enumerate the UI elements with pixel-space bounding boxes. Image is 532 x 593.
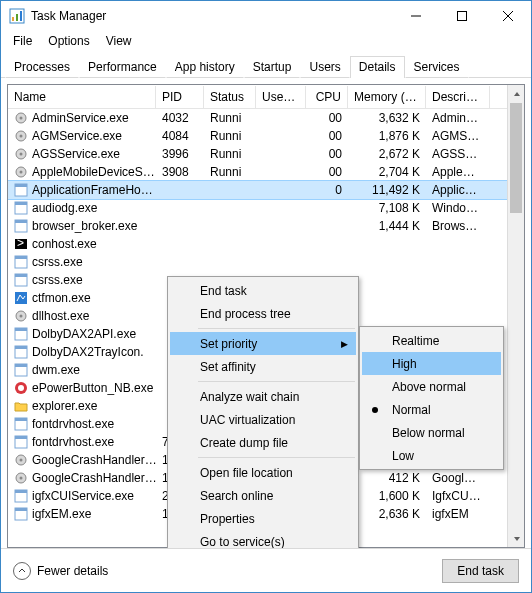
process-name: AGSService.exe (32, 147, 120, 161)
ctx-goto-service[interactable]: Go to service(s) (170, 530, 356, 548)
cell-status (204, 225, 256, 227)
end-task-button[interactable]: End task (442, 559, 519, 583)
cell-cpu (306, 207, 348, 209)
column-headers[interactable]: Name PID Status User … CPU Memory (p… De… (8, 85, 524, 109)
tab-app-history[interactable]: App history (166, 56, 244, 78)
priority-below-normal[interactable]: Below normal (362, 421, 501, 444)
priority-submenu[interactable]: Realtime High Above normal Normal Below … (359, 326, 504, 470)
svg-point-9 (20, 117, 23, 120)
svg-point-44 (20, 459, 23, 462)
cell-pid: 3908 (156, 164, 204, 180)
table-row[interactable]: AppleMobileDeviceS…3908Runni002,704 KApp… (8, 163, 524, 181)
ctx-search-online[interactable]: Search online (170, 484, 356, 507)
process-name: ApplicationFrameHo… (32, 183, 153, 197)
cell-description (426, 261, 490, 263)
cell-name: fontdrvhost.exe (8, 416, 156, 432)
ctx-open-location[interactable]: Open file location (170, 461, 356, 484)
ctx-properties[interactable]: Properties (170, 507, 356, 530)
maximize-button[interactable] (439, 1, 485, 31)
priority-high[interactable]: High (362, 352, 501, 375)
ctx-dump[interactable]: Create dump file (170, 431, 356, 454)
process-name: csrss.exe (32, 273, 83, 287)
process-icon (14, 219, 28, 233)
svg-marker-51 (514, 92, 520, 96)
ctx-end-task[interactable]: End task (170, 279, 356, 302)
cell-pid (156, 207, 204, 209)
tab-processes[interactable]: Processes (5, 56, 79, 78)
table-row[interactable]: AGMService.exe4084Runni001,876 KAGMS… (8, 127, 524, 145)
fewer-details-button[interactable]: Fewer details (13, 562, 108, 580)
ctx-end-tree[interactable]: End process tree (170, 302, 356, 325)
svg-rect-1 (12, 17, 14, 21)
tab-details[interactable]: Details (350, 56, 405, 78)
cell-pid: 3996 (156, 146, 204, 162)
cell-name: browser_broker.exe (8, 218, 156, 234)
scroll-down-button[interactable] (508, 530, 525, 547)
minimize-button[interactable] (393, 1, 439, 31)
cell-name: AGSService.exe (8, 146, 156, 162)
process-icon (14, 255, 28, 269)
process-icon (14, 471, 28, 485)
col-status[interactable]: Status (204, 86, 256, 108)
svg-rect-50 (15, 508, 27, 511)
cell-description: Brows… (426, 218, 490, 234)
process-icon (14, 345, 28, 359)
menu-view[interactable]: View (98, 32, 140, 50)
tab-services[interactable]: Services (405, 56, 469, 78)
col-cpu[interactable]: CPU (306, 86, 348, 108)
cell-memory: 412 K (348, 470, 426, 486)
ctx-set-priority[interactable]: Set priority▶ (170, 332, 356, 355)
col-memory[interactable]: Memory (p… (348, 86, 426, 108)
table-row[interactable]: AGSService.exe3996Runni002,672 KAGSSe… (8, 145, 524, 163)
table-row[interactable]: csrss.exe (8, 253, 524, 271)
cell-memory: 2,636 K (348, 506, 426, 522)
table-row[interactable]: audiodg.exe7,108 KWindo… (8, 199, 524, 217)
menubar: File Options View (1, 31, 531, 51)
process-icon (14, 417, 28, 431)
table-row[interactable]: >_conhost.exe (8, 235, 524, 253)
scroll-up-button[interactable] (508, 85, 525, 102)
cell-memory: 1,444 K (348, 218, 426, 234)
table-row[interactable]: browser_broker.exe1,444 KBrows… (8, 217, 524, 235)
col-pid[interactable]: PID (156, 86, 204, 108)
process-name: igfxCUIService.exe (32, 489, 134, 503)
priority-normal[interactable]: Normal (362, 398, 501, 421)
svg-rect-32 (15, 328, 27, 331)
ctx-analyze[interactable]: Analyze wait chain (170, 385, 356, 408)
process-name: browser_broker.exe (32, 219, 137, 233)
process-name: DolbyDAX2TrayIcon. (32, 345, 144, 359)
titlebar[interactable]: Task Manager (1, 1, 531, 31)
vertical-scrollbar[interactable] (507, 85, 524, 547)
close-button[interactable] (485, 1, 531, 31)
chevron-up-icon (13, 562, 31, 580)
tab-startup[interactable]: Startup (244, 56, 301, 78)
priority-realtime[interactable]: Realtime (362, 329, 501, 352)
priority-low[interactable]: Low (362, 444, 501, 467)
tab-users[interactable]: Users (300, 56, 349, 78)
cell-status: Runni (204, 110, 256, 126)
cell-description: Windo… (426, 200, 490, 216)
process-icon (14, 291, 28, 305)
svg-marker-52 (514, 537, 520, 541)
ctx-uac[interactable]: UAC virtualization (170, 408, 356, 431)
col-description[interactable]: Descri… (426, 86, 490, 108)
cell-pid (156, 261, 204, 263)
scroll-thumb[interactable] (510, 103, 522, 213)
menu-options[interactable]: Options (40, 32, 97, 50)
svg-text:>_: >_ (17, 237, 28, 250)
table-row[interactable]: AdminService.exe4032Runni003,632 KAdmin… (8, 109, 524, 127)
cell-description: Admin… (426, 110, 490, 126)
priority-above-normal[interactable]: Above normal (362, 375, 501, 398)
col-name[interactable]: Name (8, 86, 156, 108)
ctx-set-affinity[interactable]: Set affinity (170, 355, 356, 378)
cell-memory: 1,600 K (348, 488, 426, 504)
cell-description (426, 279, 490, 281)
context-menu[interactable]: End task End process tree Set priority▶ … (167, 276, 359, 548)
cell-name: audiodg.exe (8, 200, 156, 216)
svg-rect-28 (15, 292, 27, 304)
process-icon (14, 363, 28, 377)
tab-performance[interactable]: Performance (79, 56, 166, 78)
menu-file[interactable]: File (5, 32, 40, 50)
col-user[interactable]: User … (256, 86, 306, 108)
table-row[interactable]: ApplicationFrameHo…011,492 KApplic… (8, 181, 524, 199)
